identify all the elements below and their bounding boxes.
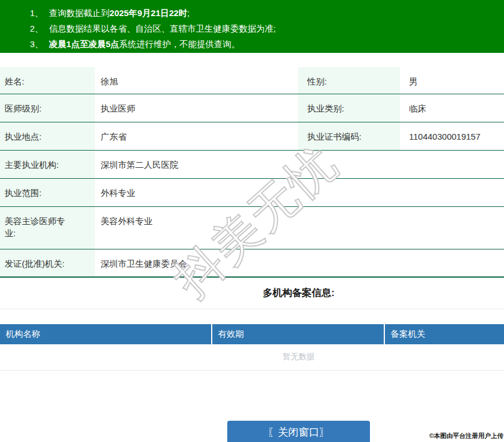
divider <box>0 309 504 309</box>
info-label-main-institution: 主要执业机构: <box>0 150 95 178</box>
filing-table: 机构名称 有效期 备案机关 暂无数据 <box>0 324 504 371</box>
info-value-doctor-level: 执业医师 <box>95 94 298 122</box>
info-value-name: 徐旭 <box>95 67 298 94</box>
table-row: 发证(批准)机关: 深圳市卫生健康委员会 <box>0 249 504 277</box>
info-label-cosmetic-specialty: 美容主诊医师专业: <box>0 206 95 249</box>
info-label-practice-scope: 执业范围: <box>0 178 95 206</box>
notice-text: ; <box>187 8 189 18</box>
notice-line-1: 1、查询数据截止到2025年9月21日22时; <box>30 5 504 21</box>
filing-column-validity-period: 有效期 <box>212 324 384 344</box>
info-label-name: 姓名: <box>0 67 95 94</box>
info-value-practice-scope: 外科专业 <box>95 178 504 206</box>
notice-text-bold: 2025年9月21日22时 <box>109 8 187 18</box>
filing-column-institution-name: 机构名称 <box>0 324 212 344</box>
close-window-button[interactable]: 〖关闭窗口〗 <box>227 421 370 442</box>
doctor-info-table: 姓名: 徐旭 性别: 男 医师级别: 执业医师 执业类别: 临床 执业地点: 广… <box>0 67 504 278</box>
table-row: 执业范围: 外科专业 <box>0 178 504 206</box>
info-label-gender: 性别: <box>298 67 400 94</box>
filing-column-filing-authority: 备案机关 <box>384 324 504 344</box>
photo-credit: ©本图由平台注册用户上传 <box>429 432 503 440</box>
notice-line-2: 2、信息数据结果以各省、自治区、直辖市卫生健康委数据为准; <box>30 21 504 36</box>
info-value-gender: 男 <box>400 67 504 94</box>
notice-number: 1、 <box>30 8 43 18</box>
info-value-practice-location: 广东省 <box>95 122 298 150</box>
table-row: 医师级别: 执业医师 执业类别: 临床 <box>0 94 504 122</box>
filing-empty-row: 暂无数据 <box>0 344 504 370</box>
info-label-certificate-number: 执业证书编码: <box>298 122 400 150</box>
info-label-practice-category: 执业类别: <box>298 94 400 122</box>
notice-text: 查询数据截止到 <box>49 8 109 18</box>
info-value-certificate-number: 110440300019157 <box>400 122 504 150</box>
notice-text: 信息数据结果以各省、自治区、直辖市卫生健康委数据为准; <box>49 24 276 33</box>
filing-section-title: 多机构备案信息: <box>0 287 504 299</box>
notice-number: 2、 <box>30 24 43 33</box>
table-row: 美容主诊医师专业: 美容外科专业 <box>0 206 504 249</box>
notice-number: 3、 <box>30 39 43 49</box>
info-value-practice-category: 临床 <box>400 94 504 122</box>
table-row: 执业地点: 广东省 执业证书编码: 110440300019157 <box>0 122 504 150</box>
content-area: 1、查询数据截止到2025年9月21日22时; 2、信息数据结果以各省、自治区、… <box>0 0 504 442</box>
table-row: 姓名: 徐旭 性别: 男 <box>0 67 504 94</box>
info-label-practice-location: 执业地点: <box>0 122 95 150</box>
notice-banner: 1、查询数据截止到2025年9月21日22时; 2、信息数据结果以各省、自治区、… <box>0 0 504 53</box>
info-value-main-institution: 深圳市第二人民医院 <box>95 150 504 178</box>
notice-text: 系统进行维护，不能提供查询。 <box>119 39 240 49</box>
table-row: 主要执业机构: 深圳市第二人民医院 <box>0 150 504 178</box>
info-label-issuing-authority: 发证(批准)机关: <box>0 249 95 277</box>
filing-table-header-row: 机构名称 有效期 备案机关 <box>0 324 504 344</box>
empty-data-text: 暂无数据 <box>0 344 504 370</box>
info-value-issuing-authority: 深圳市卫生健康委员会 <box>95 249 504 277</box>
page: 1、查询数据截止到2025年9月21日22时; 2、信息数据结果以各省、自治区、… <box>0 0 504 442</box>
info-label-doctor-level: 医师级别: <box>0 94 95 122</box>
notice-line-3: 3、凌晨1点至凌晨5点系统进行维护，不能提供查询。 <box>30 36 504 52</box>
info-value-cosmetic-specialty: 美容外科专业 <box>95 206 504 249</box>
notice-text-bold: 凌晨1点至凌晨5点 <box>49 39 119 49</box>
